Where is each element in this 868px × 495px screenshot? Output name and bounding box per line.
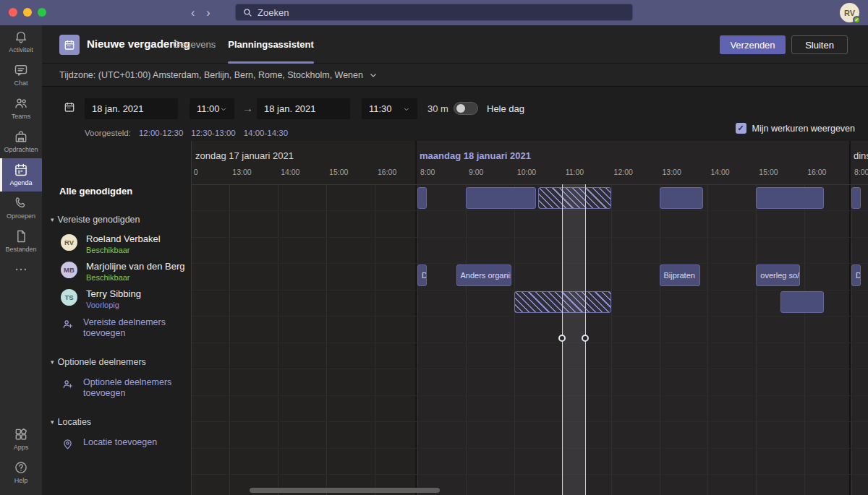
collapse-triangle-icon: ▾ [51,216,54,223]
availability-grid[interactable]: zondag 17 januari 2021013:0014:0015:0016… [192,141,868,495]
phone-icon [14,196,28,210]
avatar-initials: RV [844,9,855,17]
row-gridline [192,421,868,422]
attendee-status: Voorlopig [86,301,141,309]
location-pin-icon [61,437,74,453]
start-date-input[interactable]: 18 jan. 2021 [85,98,178,119]
apps-icon [14,427,28,442]
sidebar-item-label: Help [14,477,28,484]
timezone-label: Tijdzone: (UTC+01:00) Amsterdam, Berlijn… [59,70,363,80]
header-divider [192,184,868,185]
add-link[interactable]: Locatie toevoegen [61,437,191,453]
horizontal-scrollbar[interactable] [250,488,440,493]
forward-button[interactable]: › [206,7,210,19]
back-button[interactable]: ‹ [191,7,195,19]
hour-label: 15:00 [759,168,778,176]
busy-block [756,187,824,209]
sidebar-item-activiteit[interactable]: Activiteit [0,25,42,59]
day-divider [849,141,851,495]
attendee-name: Terry Sibbing [86,289,141,298]
selection-start-handle[interactable] [558,335,566,342]
busy-event: D [417,264,427,286]
start-time-select[interactable]: 11:00 [190,98,234,119]
sidebar-item-opdrachten[interactable]: Opdrachten [0,125,42,158]
attendee-row[interactable]: TSTerry SibbingVoorlopig [61,289,191,307]
row-gridline [192,237,868,238]
sidebar-item-chat[interactable]: Chat [0,59,42,92]
day-header-sun: zondag 17 januari 2021 [195,150,294,161]
sidebar-item-teams[interactable]: Teams [0,92,42,125]
presence-available-icon: ✓ [853,16,861,24]
tab-planningsassistent[interactable]: Planningsassistent [228,25,313,64]
traffic-light-close[interactable] [9,8,17,17]
avatar: RV [61,234,77,251]
hour-label: 13:00 [663,168,681,176]
suggestion-slot[interactable]: 14:00-14:30 [244,129,288,137]
sidebar-item-label: Bestanden [5,246,36,253]
checkbox-checked-icon: ✓ [736,123,746,134]
hour-label: 12:00 [614,168,633,176]
attendee-name: Marjolijne van den Berg [86,262,185,271]
day-column-sun [192,141,416,495]
hour-gridline [466,184,467,495]
all-day-toggle[interactable] [454,102,478,115]
backpack-icon [14,129,28,144]
help-icon [14,460,28,475]
suggestion-slot[interactable]: 12:00-12:30 [139,129,183,137]
row-gridline [192,343,868,343]
busy-event: D [851,264,861,286]
hour-label: 15:00 [329,168,348,176]
search-input[interactable]: Zoeken [235,4,633,21]
hour-label: 0 [194,168,198,176]
section-header[interactable]: ▾Vereiste genodigden [51,215,191,225]
end-time-select[interactable]: 11:30 [362,98,417,119]
sidebar-item-bestanden[interactable]: Bestanden [0,225,42,258]
sidebar-item-label: Oproepen [7,212,35,220]
attendee-status: Beschikbaar [86,273,185,282]
send-button[interactable]: Verzenden [720,35,786,54]
row-gridline [192,263,868,264]
attendee-row[interactable]: RVRoeland VerbakelBeschikbaar [61,234,191,252]
sidebar-item-help[interactable]: Help [0,456,42,489]
traffic-light-minimize[interactable] [23,8,32,17]
person-add-icon [61,377,74,393]
hour-label: 14:00 [710,168,729,176]
section-header[interactable]: ▾Locaties [51,417,191,427]
add-link[interactable]: Vereiste deelnemers toevoegen [61,317,191,339]
collapse-triangle-icon: ▾ [51,358,54,366]
duration-label: 30 m [427,103,448,114]
tab-gegevens[interactable]: Gegevens [173,25,216,64]
hour-label: 16:00 [378,168,396,176]
sidebar-item-agenda[interactable]: Agenda [0,158,42,191]
row-gridline [192,369,868,369]
section-header[interactable]: ▾Optionele deelnemers [51,357,191,367]
sidebar-item-apps[interactable]: Apps [0,423,42,456]
row-gridline [192,395,868,396]
busy-event: Anders organiseren u [456,264,512,286]
traffic-light-zoom[interactable] [38,8,46,17]
sidebar-item-label: Agenda [9,179,32,186]
attendee-row[interactable]: MBMarjolijne van den BergBeschikbaar [61,262,191,280]
sidebar-item-more[interactable] [0,258,42,291]
hour-gridline [851,184,852,495]
row-gridline [192,474,868,475]
add-link[interactable]: Optionele deelnemers toevoegen [61,377,191,399]
hour-gridline [514,184,515,495]
hour-gridline [375,184,375,495]
timezone-bar[interactable]: Tijdzone: (UTC+01:00) Amsterdam, Berlijn… [42,64,868,87]
hour-gridline [707,184,708,495]
search-icon [243,8,252,17]
busy-event: Bijpraten [660,264,701,286]
suggestion-slot[interactable]: 12:30-13:00 [191,129,235,137]
titlebar: ‹ › Zoeken RV ✓ [0,0,868,25]
work-hours-checkbox[interactable]: ✓ Mijn werkuren weergeven [736,123,855,134]
busy-block [851,187,861,209]
sidebar-item-oproepen[interactable]: Oproepen [0,191,42,225]
close-button[interactable]: Sluiten [791,35,848,54]
row-gridline [192,448,868,449]
user-avatar[interactable]: RV ✓ [840,3,859,22]
end-date-input[interactable]: 18 jan. 2021 [257,98,350,119]
hour-label: 9:00 [469,168,483,176]
meeting-calendar-icon [59,35,80,55]
attendee-status: Beschikbaar [86,246,161,254]
